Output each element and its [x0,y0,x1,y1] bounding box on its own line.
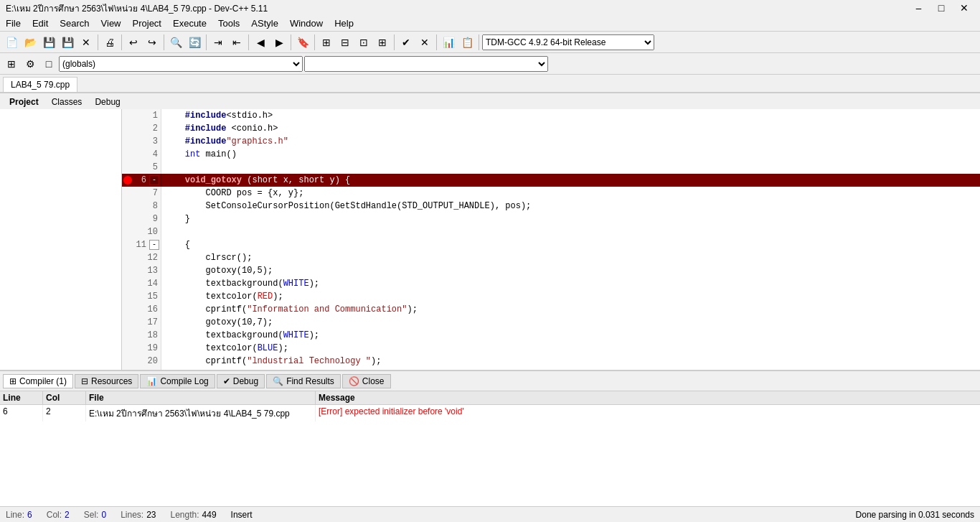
gutter-20: 20 [122,355,161,368]
panel-tab-classes[interactable]: Classes [45,95,89,109]
tab-lab4[interactable]: LAB4_5 79.cpp [3,77,77,92]
gutter-9: 9 [122,213,161,225]
panel-tab-project[interactable]: Project [3,95,45,109]
statusbar: Line: 6 Col: 2 Sel: 0 Lines: 23 Length: … [0,506,980,522]
line-value: 6 [27,510,32,520]
fold-icon-6[interactable]: - [149,175,159,185]
err-file-val: E:\เหม 2ปีการศึกษา 2563\ไฟ\หน่วย 4\LAB4_… [86,405,316,421]
bottom-tab-compilelog[interactable]: 📊 Compile Log [140,374,215,388]
line-label: Line: [6,510,24,520]
menu-search[interactable]: Search [54,17,95,30]
maximize-button[interactable]: □ [931,1,951,15]
code-line-5: 5 [122,161,980,174]
editor-wrapper: 1 #include<stdio.h> 2 #include <conio.h> [0,109,980,370]
gutter-14: 14 [122,277,161,290]
lines-label: Lines: [121,510,143,520]
code-text-7: COORD pos = {x, y}; [161,187,303,200]
gutter-13: 13 [122,264,161,277]
bp-14 [123,279,132,288]
menu-project[interactable]: Project [127,17,167,30]
sep5 [248,34,249,50]
menu-edit[interactable]: Edit [27,17,54,30]
menu-astyle[interactable]: AStyle [245,17,284,30]
btn-window3[interactable]: ⊡ [355,34,372,51]
bp-12 [123,253,132,262]
toolbar1: 📄 📂 💾 💾 ✕ 🖨 ↩ ↪ 🔍 🔄 ⇥ ⇤ ◀ ▶ 🔖 ⊞ ⊟ ⊡ ⊞ ✔ … [0,32,980,53]
fold-icon-11[interactable]: - [149,240,159,250]
sep1 [98,34,98,50]
btn-close[interactable]: ✕ [77,34,95,51]
btn-tb2-3[interactable]: □ [40,55,57,73]
bottom-tab-findresults[interactable]: 🔍 Find Results [266,374,341,388]
code-text-14: textbackground(WHITE); [161,277,319,290]
bp-17 [123,318,132,327]
btn-new[interactable]: 📄 [3,34,20,51]
btn-back[interactable]: ◀ [252,34,269,51]
sep6 [291,34,291,50]
panel-tab-debug[interactable]: Debug [88,95,126,109]
btn-unindent[interactable]: ⇤ [228,34,245,51]
menu-execute[interactable]: Execute [167,17,212,30]
menu-window[interactable]: Window [284,17,329,30]
bp-2 [123,124,132,133]
symbol-dropdown[interactable] [304,56,548,72]
btn-indent[interactable]: ⇥ [209,34,227,51]
code-text-8: SetConsoleCursorPosition(GetStdHandle(ST… [161,200,531,213]
menu-file[interactable]: File [0,17,27,30]
gutter-18: 18 [122,329,161,342]
status-mode: Insert [231,510,253,520]
code-text-2: #include <conio.h> [161,122,278,135]
btn-print[interactable]: 🖨 [101,34,118,51]
bottom-tab-compiler[interactable]: ⊞ Compiler (1) [3,374,73,388]
btn-compile[interactable]: ✔ [397,34,415,51]
message-value: Done parsing in 0.031 seconds [856,510,974,520]
bottom-tab-debug[interactable]: ✔ Debug [217,374,265,388]
bp-13 [123,266,132,275]
sep2 [121,34,122,50]
btn-chart1[interactable]: 📊 [440,34,457,51]
btn-redo[interactable]: ↪ [143,34,161,51]
btn-open[interactable]: 📂 [22,34,39,51]
bottom-tab-close[interactable]: 🚫 Close [342,374,391,388]
content-area: LAB4_5 79.cpp Project Classes Debug [0,75,980,506]
error-row-1[interactable]: 6 2 E:\เหม 2ปีการศึกษา 2563\ไฟ\หน่วย 4\L… [0,405,980,421]
status-message: Done parsing in 0.031 seconds [856,510,974,520]
btn-window1[interactable]: ⊞ [318,34,335,51]
menu-help[interactable]: Help [329,17,359,30]
editor-and-bottom: 1 #include<stdio.h> 2 #include <conio.h> [0,109,980,506]
code-area[interactable]: 1 #include<stdio.h> 2 #include <conio.h> [122,109,980,370]
btn-saveall[interactable]: 💾 [59,34,76,51]
btn-find[interactable]: 🔍 [167,34,184,51]
compilelog-tab-icon: 📊 [146,376,157,386]
btn-window2[interactable]: ⊟ [336,34,354,51]
gutter-8: 8 [122,200,161,213]
btn-forward[interactable]: ▶ [270,34,288,51]
close-button[interactable]: ✕ [954,1,974,15]
compilelog-tab-label: Compile Log [160,376,208,386]
btn-stop[interactable]: ✕ [416,34,433,51]
code-text-12: clrscr(); [161,251,252,264]
compiler-header: Line Col File Message [0,391,980,405]
btn-chart2[interactable]: 📋 [458,34,476,51]
status-length: Length: 449 [171,510,217,520]
gutter-12: 12 [122,251,161,264]
btn-replace[interactable]: 🔄 [186,34,203,51]
btn-window4[interactable]: ⊞ [374,34,391,51]
scope-dropdown[interactable]: (globals) [59,56,303,72]
bottom-tab-resources[interactable]: ⊟ Resources [75,374,138,388]
minimize-button[interactable]: ‒ [908,1,928,15]
btn-tb2-2[interactable]: ⚙ [22,55,39,73]
btn-save[interactable]: 💾 [40,34,57,51]
code-text-15: textcolor(RED); [161,290,283,303]
btn-tb2-1[interactable]: ⊞ [3,55,20,73]
compiler-dropdown[interactable]: TDM-GCC 4.9.2 64-bit Release [482,34,654,50]
code-text-20: cprintf("lndustrial Technology "); [161,355,381,368]
gutter-7: 7 [122,187,161,200]
btn-undo[interactable]: ↩ [125,34,142,51]
code-line-15: 15 textcolor(RED); [122,290,980,303]
btn-bookmark[interactable]: 🔖 [294,34,311,51]
menu-tools[interactable]: Tools [212,17,245,30]
code-text-5 [161,161,164,174]
code-line-20: 20 cprintf("lndustrial Technology "); [122,355,980,368]
menu-view[interactable]: View [95,17,127,30]
